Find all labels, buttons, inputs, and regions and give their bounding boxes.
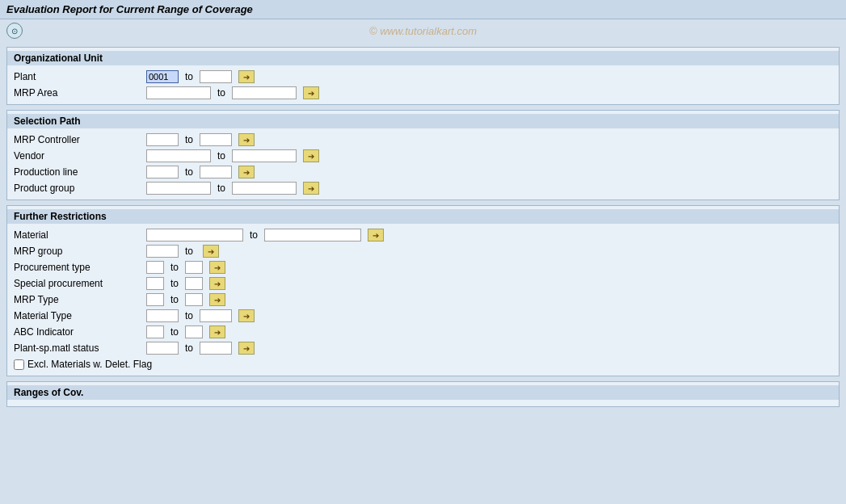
plant-label: Plant	[14, 71, 143, 82]
special-procurement-from-input[interactable]	[146, 277, 164, 290]
mrp-controller-row: MRP Controller to ➔	[7, 132, 839, 148]
production-line-arrow-btn[interactable]: ➔	[238, 166, 255, 178]
mrp-controller-arrow-btn[interactable]: ➔	[238, 133, 255, 146]
mrp-type-row: MRP Type to ➔	[7, 292, 839, 308]
ranges-of-cov-header: Ranges of Cov.	[7, 385, 839, 400]
title-bar: Evaluation Report for Current Range of C…	[0, 0, 846, 19]
material-type-label: Material Type	[14, 310, 143, 321]
material-label: Material	[14, 229, 143, 241]
plant-matl-status-arrow-btn[interactable]: ➔	[238, 342, 255, 355]
mrp-controller-to-label: to	[182, 134, 196, 145]
org-unit-section: Organizational Unit Plant to ➔ MRP Area …	[6, 47, 840, 105]
material-type-to-input[interactable]	[200, 309, 232, 322]
mrp-type-arrow-btn[interactable]: ➔	[209, 293, 225, 306]
abc-indicator-to-input[interactable]	[185, 326, 203, 338]
mrp-type-from-input[interactable]	[146, 293, 164, 306]
production-line-to-input[interactable]	[200, 166, 232, 178]
production-line-from-input[interactable]	[146, 166, 179, 178]
plant-from-input[interactable]	[146, 70, 179, 83]
vendor-to-input[interactable]	[232, 149, 297, 162]
abc-indicator-row: ABC Indicator to ➔	[7, 324, 839, 340]
mrp-group-to-label: to	[182, 246, 196, 257]
special-procurement-row: Special procurement to ➔	[7, 275, 839, 292]
selection-path-header: Selection Path	[7, 114, 839, 128]
toolbar-icon[interactable]: ⊙	[6, 23, 23, 39]
mrp-group-label: MRP group	[14, 246, 143, 257]
further-restrictions-header: Further Restrictions	[7, 209, 839, 224]
mrp-type-to-label: to	[167, 294, 182, 305]
special-procurement-to-label: to	[167, 278, 182, 289]
mrp-controller-from-input[interactable]	[146, 133, 179, 146]
excl-materials-checkbox[interactable]	[14, 359, 24, 370]
procurement-type-arrow-btn[interactable]: ➔	[209, 261, 225, 274]
mrp-type-label: MRP Type	[14, 294, 143, 305]
product-group-to-label: to	[214, 183, 229, 194]
procurement-type-row: Procurement type to ➔	[7, 259, 839, 275]
material-arrow-btn[interactable]: ➔	[368, 229, 384, 242]
excl-materials-row: Excl. Materials w. Delet. Flag	[7, 356, 839, 372]
abc-indicator-from-input[interactable]	[146, 326, 164, 338]
plant-row: Plant to ➔	[7, 69, 839, 85]
mrp-area-row: MRP Area to ➔	[7, 85, 839, 101]
material-to-label: to	[246, 229, 261, 241]
product-group-to-input[interactable]	[232, 182, 297, 195]
plant-matl-status-to-label: to	[182, 342, 196, 354]
material-type-row: Material Type to ➔	[7, 308, 839, 324]
mrp-group-row: MRP group to ➔	[7, 243, 839, 259]
plant-arrow-btn[interactable]: ➔	[238, 70, 255, 83]
plant-matl-status-to-input[interactable]	[200, 342, 232, 355]
mrp-group-from-input[interactable]	[146, 245, 179, 258]
abc-indicator-arrow-btn[interactable]: ➔	[209, 326, 225, 338]
mrp-area-to-input[interactable]	[232, 86, 297, 99]
product-group-arrow-btn[interactable]: ➔	[303, 182, 319, 195]
product-group-from-input[interactable]	[146, 182, 211, 195]
watermark: © www.tutorialkart.com	[369, 25, 477, 37]
production-line-to-label: to	[182, 166, 196, 178]
abc-indicator-label: ABC Indicator	[14, 326, 143, 338]
mrp-area-label: MRP Area	[14, 87, 143, 99]
material-from-input[interactable]	[146, 229, 243, 242]
vendor-label: Vendor	[14, 150, 143, 162]
product-group-label: Product group	[14, 183, 143, 194]
vendor-to-label: to	[214, 150, 229, 162]
further-restrictions-section: Further Restrictions Material to ➔ MRP g…	[6, 205, 840, 376]
page-title: Evaluation Report for Current Range of C…	[6, 3, 253, 15]
plant-to-input[interactable]	[200, 70, 232, 83]
mrp-group-arrow-btn[interactable]: ➔	[203, 245, 219, 258]
procurement-type-to-input[interactable]	[185, 261, 203, 274]
mrp-controller-label: MRP Controller	[14, 134, 143, 145]
mrp-area-to-label: to	[214, 87, 229, 99]
selection-path-section: Selection Path MRP Controller to ➔ Vendo…	[6, 110, 840, 200]
mrp-area-arrow-btn[interactable]: ➔	[303, 86, 319, 99]
plant-matl-status-from-input[interactable]	[146, 342, 179, 355]
special-procurement-to-input[interactable]	[185, 277, 203, 290]
material-type-to-label: to	[182, 310, 196, 321]
excl-materials-label: Excl. Materials w. Delet. Flag	[27, 359, 152, 370]
org-unit-header: Organizational Unit	[7, 51, 839, 65]
procurement-type-from-input[interactable]	[146, 261, 164, 274]
mrp-type-to-input[interactable]	[185, 293, 203, 306]
material-to-input[interactable]	[264, 229, 361, 242]
material-row: Material to ➔	[7, 227, 839, 243]
procurement-type-label: Procurement type	[14, 262, 143, 273]
product-group-row: Product group to ➔	[7, 180, 839, 196]
vendor-arrow-btn[interactable]: ➔	[303, 149, 319, 162]
vendor-from-input[interactable]	[146, 149, 211, 162]
special-procurement-arrow-btn[interactable]: ➔	[209, 277, 225, 290]
abc-indicator-to-label: to	[167, 326, 182, 338]
special-procurement-label: Special procurement	[14, 278, 143, 289]
ranges-of-cov-section: Ranges of Cov.	[6, 381, 840, 407]
production-line-label: Production line	[14, 166, 143, 178]
production-line-row: Production line to ➔	[7, 164, 839, 180]
material-type-from-input[interactable]	[146, 309, 179, 322]
procurement-type-to-label: to	[167, 262, 182, 273]
vendor-row: Vendor to ➔	[7, 148, 839, 164]
mrp-controller-to-input[interactable]	[200, 133, 232, 146]
toolbar: ⊙ © www.tutorialkart.com	[0, 19, 846, 42]
plant-to-label: to	[182, 71, 196, 82]
mrp-area-from-input[interactable]	[146, 86, 211, 99]
material-type-arrow-btn[interactable]: ➔	[238, 309, 255, 322]
plant-matl-status-row: Plant-sp.matl status to ➔	[7, 340, 839, 356]
plant-matl-status-label: Plant-sp.matl status	[14, 342, 143, 354]
